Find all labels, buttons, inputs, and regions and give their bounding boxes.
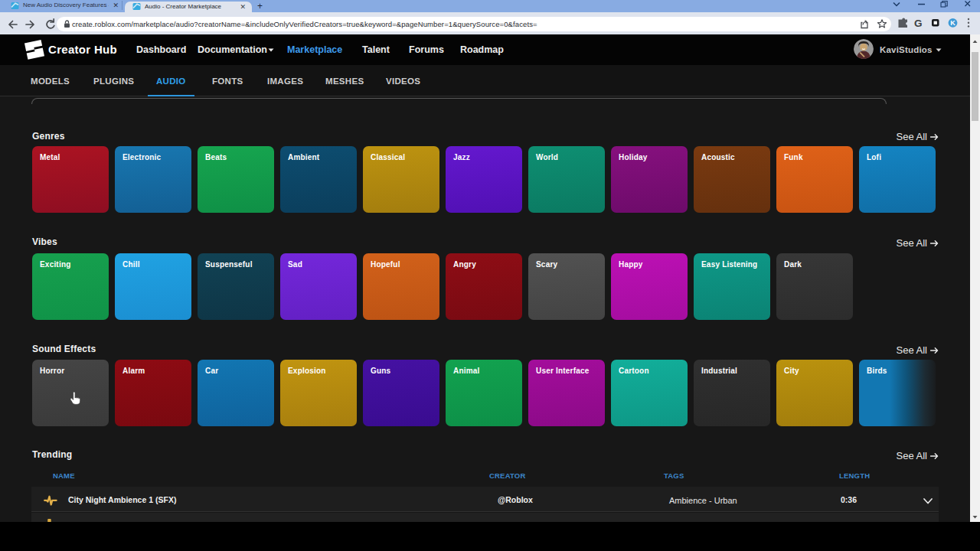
svg-text:K: K — [950, 19, 956, 27]
svg-text:G: G — [914, 18, 923, 29]
